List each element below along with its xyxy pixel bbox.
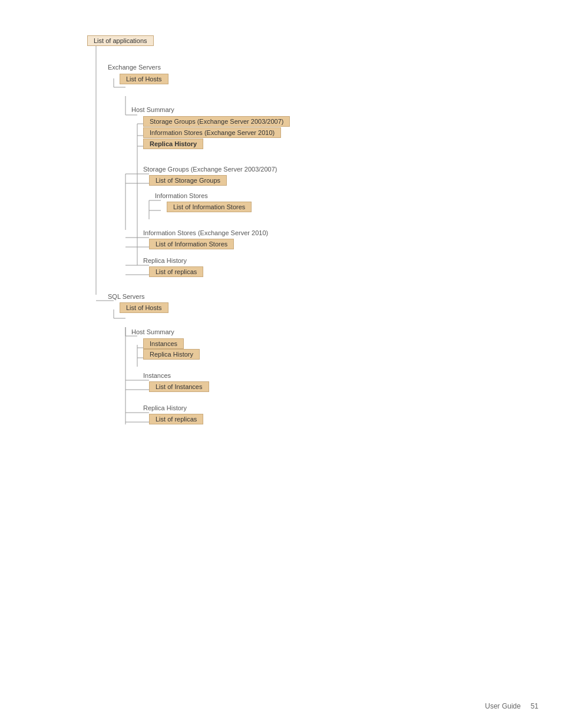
footer-page: 51	[531, 702, 538, 710]
footer-text: User Guide	[485, 702, 521, 710]
exchange-servers-label: Exchange Servers	[108, 64, 161, 71]
sql-list-hosts: List of Hosts	[120, 302, 168, 313]
list-replicas-exchange: List of replicas	[149, 266, 203, 277]
exchange-list-hosts-box: List of Hosts	[120, 74, 168, 84]
footer: User Guide 51	[485, 702, 538, 710]
sql-hs-replica: Replica History	[143, 349, 200, 360]
exchange-list-hosts: List of Hosts	[120, 74, 168, 84]
sql-list-hosts-box: List of Hosts	[120, 302, 168, 313]
replica-history-exchange-label: Replica History	[143, 257, 187, 265]
sql-host-summary-label: Host Summary	[131, 328, 174, 337]
info-stores-label: Information Stores	[155, 192, 208, 200]
exchange-servers-section: Exchange Servers	[108, 64, 161, 72]
sql-hs-instances: Instances	[143, 338, 184, 349]
list-storage-groups: List of Storage Groups	[149, 175, 227, 186]
sql-list-replicas: List of replicas	[149, 414, 203, 424]
sql-instances-label: Instances	[143, 372, 171, 380]
root-node: List of applications	[87, 35, 154, 46]
sql-list-instances: List of Instances	[149, 381, 209, 392]
info-stores-2010-label: Information Stores (Exchange Server 2010…	[143, 229, 268, 238]
exchange-hs-item2: Information Stores (Exchange Server 2010…	[143, 127, 281, 138]
root-box: List of applications	[87, 35, 154, 46]
exchange-host-summary-label: Host Summary	[131, 106, 174, 114]
sql-replica-history-label: Replica History	[143, 404, 187, 413]
storage-groups-label: Storage Groups (Exchange Server 2003/200…	[143, 166, 277, 174]
list-info-stores-sg: List of Information Stores	[167, 202, 252, 212]
sql-servers-section: SQL Servers	[108, 293, 145, 301]
list-info-stores-2010: List of Information Stores	[149, 239, 234, 249]
sql-servers-label: SQL Servers	[108, 293, 145, 300]
exchange-hs-item3: Replica History	[143, 139, 203, 149]
exchange-hs-item1: Storage Groups (Exchange Server 2003/200…	[143, 116, 290, 127]
